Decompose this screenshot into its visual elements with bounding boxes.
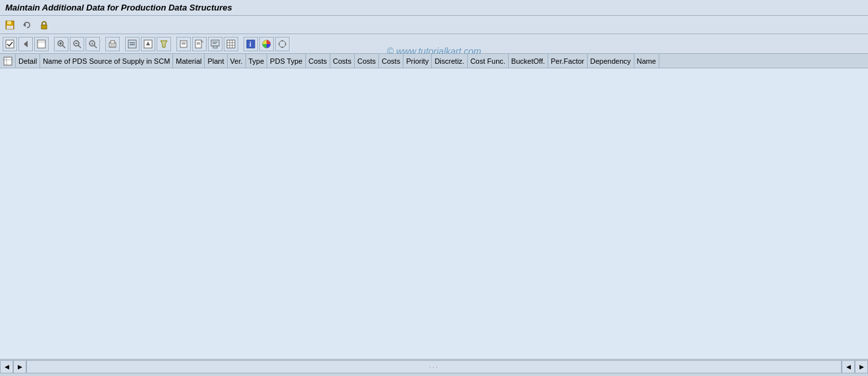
scroll-right2-left[interactable]: ◀ (842, 360, 855, 373)
zoom-full-btn[interactable]: + (86, 37, 100, 51)
scroll-dots: ··· (429, 363, 438, 370)
print2-btn[interactable] (176, 37, 191, 51)
svg-line-14 (78, 45, 81, 48)
col-type: Type (246, 54, 268, 68)
scroll-right2-arrows: ◀ ▶ (842, 360, 868, 373)
svg-rect-1 (7, 21, 11, 24)
svg-marker-32 (201, 40, 203, 42)
svg-line-17 (94, 45, 97, 48)
col-detail: Detail (16, 54, 40, 68)
table-body (0, 68, 868, 373)
grid-btn[interactable] (224, 37, 238, 51)
scroll-right-arrow[interactable]: ▶ (13, 360, 26, 373)
select-all-btn[interactable] (3, 37, 17, 51)
svg-rect-39 (227, 40, 235, 48)
svg-line-10 (63, 45, 65, 48)
svg-text:+: + (91, 41, 93, 46)
svg-rect-22 (128, 40, 136, 48)
bottom-scrollbar: ◀ ▶ ··· ◀ ▶ (0, 359, 868, 373)
print-btn[interactable] (105, 37, 120, 51)
navigate-back-btn[interactable] (18, 37, 33, 51)
scroll-right2-right[interactable]: ▶ (855, 360, 868, 373)
col-name: Name of PDS Source of Supply in SCM (40, 54, 173, 68)
system-toolbar: © www.tutorialkart.com (0, 16, 868, 34)
col-costs2: Costs (330, 54, 355, 68)
zoom-out-btn[interactable] (70, 37, 84, 51)
toolbar: + i (0, 34, 868, 54)
col-costs1: Costs (306, 54, 330, 68)
col-bucket-off: BucketOff. (509, 54, 548, 68)
svg-rect-52 (4, 57, 12, 65)
col-icon (0, 54, 16, 68)
col-plant: Plant (205, 54, 227, 68)
col-material: Material (173, 54, 205, 68)
svg-text:i: i (249, 41, 251, 48)
svg-rect-4 (41, 25, 47, 29)
svg-rect-20 (111, 41, 115, 43)
col-name2: Name (634, 54, 659, 68)
horizontal-scrollbar[interactable]: ··· (26, 360, 842, 373)
chart-btn[interactable] (259, 37, 274, 51)
undo-sys-icon[interactable] (21, 19, 33, 31)
scroll-left-arrow[interactable]: ◀ (0, 360, 13, 373)
svg-marker-6 (24, 41, 28, 47)
info-btn[interactable]: i (243, 37, 258, 51)
svg-marker-27 (161, 41, 167, 47)
col-priority: Priority (403, 54, 432, 68)
save-sys-icon[interactable] (4, 19, 16, 31)
table-header: Detail Name of PDS Source of Supply in S… (0, 54, 868, 68)
svg-rect-5 (6, 40, 14, 48)
svg-rect-21 (111, 45, 115, 47)
settings-btn[interactable] (275, 37, 290, 51)
lock-sys-icon[interactable] (38, 19, 50, 31)
svg-rect-7 (38, 40, 45, 48)
page-view-btn[interactable] (34, 37, 49, 51)
page-title: Maintain Additional Data for Production … (5, 3, 232, 12)
sort-btn[interactable] (141, 37, 155, 51)
export-btn[interactable] (192, 37, 207, 51)
filter-btn[interactable] (157, 37, 171, 51)
svg-point-47 (279, 41, 286, 47)
col-pds-type: PDS Type (267, 54, 305, 68)
svg-rect-36 (213, 46, 217, 48)
col-per-factor: Per.Factor (548, 54, 588, 68)
content-area: Detail Name of PDS Source of Supply in S… (0, 54, 868, 373)
col-dependency: Dependency (588, 54, 634, 68)
col-costs3: Costs (355, 54, 379, 68)
svg-rect-2 (7, 26, 13, 29)
title-bar: Maintain Additional Data for Production … (0, 0, 868, 16)
col-cost-func: Cost Func. (468, 54, 509, 68)
zoom-in-btn[interactable] (54, 37, 68, 51)
col-ver: Ver. (228, 54, 246, 68)
col-costs4: Costs (379, 54, 403, 68)
import-btn[interactable] (208, 37, 222, 51)
find-btn[interactable] (125, 37, 140, 51)
col-discretiz: Discretiz. (432, 54, 467, 68)
